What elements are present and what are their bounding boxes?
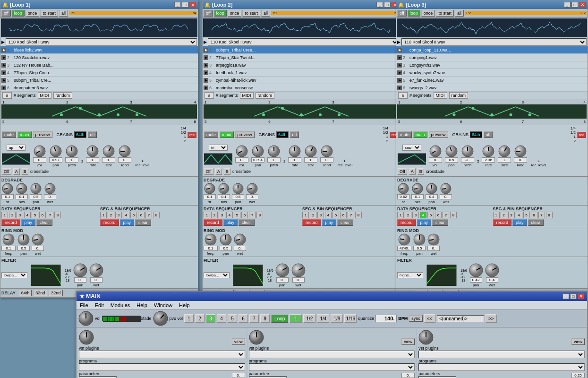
segbinseq-num-7-loop1[interactable]: 7 (145, 212, 152, 218)
dataseq-num-3-loop3[interactable]: 3 (412, 212, 419, 218)
file-row-3[interactable]: ▶ 3 132 NY House Bab... (0, 61, 198, 69)
vol-knob[interactable] (78, 311, 94, 326)
midi-btn-loop3[interactable]: MIDI (434, 92, 447, 99)
off-btn-loop2[interactable]: off (204, 10, 213, 17)
dataseq-num-5-loop2[interactable]: 5 (234, 212, 240, 218)
segbinseq-num-4-loop1[interactable]: 4 (123, 212, 129, 218)
view-btn-loop2[interactable]: view (401, 338, 415, 345)
dataseq-num-5-loop1[interactable]: 5 (32, 212, 38, 218)
random-btn-loop3[interactable]: random (449, 92, 469, 99)
file-play-btn-1[interactable]: ▶ (204, 48, 208, 52)
maximize-btn-loop3[interactable]: □ (571, 2, 578, 8)
off-btn-loop3[interactable]: off (397, 10, 407, 17)
crossfade-b-btn-loop2[interactable]: B (224, 168, 230, 175)
segments-input-loop1[interactable] (2, 92, 12, 99)
vst-programs-select-loop3[interactable] (418, 363, 585, 371)
dataseq-num-4-loop1[interactable]: 4 (24, 212, 31, 218)
main-btn-loop3[interactable]: main (413, 131, 427, 138)
dataseq-num-6-loop2[interactable]: 6 (241, 212, 248, 218)
dataseq-num-1-loop1[interactable]: 1 (1, 212, 8, 218)
file-row-5[interactable]: ▶ 5 cymbal-hihat-lick.wav (203, 77, 400, 84)
dataseq-rec-btn-loop2[interactable]: record (204, 219, 222, 226)
rec-btn-loop3[interactable]: rec (577, 132, 586, 138)
minimize-btn-loop3[interactable]: _ (564, 2, 571, 8)
crossfade-a-btn-loop3[interactable]: A (409, 168, 416, 175)
file-row-5[interactable]: ▶ 5 88bpm_Tribal Cre... (0, 77, 198, 84)
file-play-btn-4[interactable]: ▶ (204, 70, 208, 75)
file-play-btn-6[interactable]: ▶ (397, 86, 402, 90)
file-select-loop2[interactable]: 110 Kool Skool II.wav (208, 38, 399, 46)
crossfade-b-btn-loop3[interactable]: B (418, 168, 424, 175)
segments-input-loop3[interactable] (398, 92, 408, 99)
vst-programs-select-loop1[interactable] (79, 363, 245, 371)
env-select-loop1[interactable]: up (7, 145, 26, 151)
segbinseq-num-4-loop3[interactable]: 4 (516, 212, 522, 218)
crossfade-a-btn-loop2[interactable]: A (215, 168, 222, 175)
segbinseq-rec-btn-loop3[interactable]: record (493, 219, 512, 226)
dataseq-num-4-loop2[interactable]: 4 (226, 212, 233, 218)
pvu-knob[interactable] (153, 311, 168, 326)
file-row-3[interactable]: ▶ 3 Longsynth1.wav (396, 61, 588, 69)
vst-knob-loop3[interactable] (418, 330, 434, 345)
segbinseq-num-1-loop1[interactable]: 1 (100, 212, 107, 218)
main-maximize-btn[interactable]: □ (570, 293, 577, 299)
segbinseq-clear-btn-loop1[interactable]: clear (135, 219, 151, 226)
file-row-2[interactable]: ▶ 2 120 Scratchim.wav (0, 54, 198, 61)
fraction-btn-1_4[interactable]: 1/4 (317, 314, 329, 323)
vst-params-select-loop2[interactable] (249, 376, 287, 378)
file-play-btn-6[interactable]: ▶ (1, 86, 6, 90)
file-select-loop3[interactable]: 110 Kool Skool II.wav (401, 38, 587, 46)
file-row-1[interactable]: ▶ 1 88bpm_Tribal Cree... (203, 46, 400, 54)
dataseq-num-3-loop2[interactable]: 3 (219, 212, 225, 218)
sync-btn[interactable]: sync (409, 315, 423, 322)
mute-btn-loop3[interactable]: mute (398, 131, 412, 138)
maximize-btn-loop2[interactable]: □ (384, 2, 391, 8)
file-play-btn-3[interactable]: ▶ (397, 63, 402, 68)
position-bar-loop3[interactable]: 1:2 2:2 (465, 11, 587, 15)
dataseq-num-8-loop2[interactable]: 8 (256, 212, 263, 218)
file-row-4[interactable]: ▶ 4 wacky_synth7.wav (396, 69, 588, 77)
loop-btn-main[interactable]: Loop (271, 315, 288, 323)
dataseq-clear-btn-loop1[interactable]: clear (36, 219, 52, 226)
waveform-loop3[interactable] (397, 18, 587, 37)
num-btn-6[interactable]: 6 (239, 314, 248, 323)
segbinseq-num-4-loop2[interactable]: 4 (325, 212, 332, 218)
file-row-2[interactable]: ▶ 2 77bpm_Star Twinkl... (203, 54, 400, 61)
crossfade-off-btn-loop2[interactable]: Off (204, 168, 213, 175)
tostart-btn-loop1[interactable]: to start (40, 10, 58, 17)
dataseq-num-2-loop3[interactable]: 2 (405, 212, 411, 218)
vst-knob-loop2[interactable] (249, 330, 264, 345)
fraction-btn-1_8[interactable]: 1/8 (331, 314, 343, 323)
vst-params-select-loop3[interactable] (418, 376, 456, 378)
segbinseq-num-5-loop2[interactable]: 5 (332, 212, 339, 218)
file-play-btn-5[interactable]: ▶ (397, 78, 402, 83)
preview-btn-loop2[interactable]: preview (235, 131, 255, 138)
dataseq-play-btn-loop3[interactable]: play (417, 219, 432, 226)
vst-params-select-loop1[interactable] (79, 376, 117, 378)
segbinseq-play-btn-loop1[interactable]: play (120, 219, 135, 226)
file-play-btn-4[interactable]: ▶ (397, 70, 402, 75)
nav-next-btn[interactable]: >> (486, 314, 497, 323)
delay-t1-btn-loop1[interactable]: 64th (19, 290, 32, 296)
vst-plugins-select-loop1[interactable] (79, 351, 245, 358)
segbinseq-num-7-loop3[interactable]: 7 (538, 212, 545, 218)
segbinseq-num-8-loop1[interactable]: 8 (153, 212, 160, 218)
close-btn-loop3[interactable]: ✕ (579, 2, 586, 8)
menu-item-edit[interactable]: Edit (94, 302, 105, 309)
dataseq-play-btn-loop2[interactable]: play (223, 219, 238, 226)
waveform-loop1[interactable] (1, 18, 197, 37)
dataseq-num-6-loop3[interactable]: 6 (435, 212, 442, 218)
file-row-6[interactable]: ▶ 6 marimba_nonsense... (203, 84, 400, 92)
file-play-btn-5[interactable]: ▶ (1, 78, 6, 83)
loop-btn-loop3[interactable]: loop (408, 10, 420, 17)
file-play-btn-3[interactable]: ▶ (1, 63, 6, 68)
filter-type-select-loop2[interactable]: lowpa... (204, 272, 230, 278)
main-btn-loop1[interactable]: main (17, 131, 32, 138)
vst-knob-loop1[interactable] (79, 330, 94, 345)
segbinseq-num-7-loop2[interactable]: 7 (348, 212, 354, 218)
dataseq-num-8-loop1[interactable]: 8 (54, 212, 61, 218)
menu-item-window[interactable]: Window (153, 302, 174, 309)
dataseq-num-1-loop2[interactable]: 1 (204, 212, 210, 218)
segbinseq-num-5-loop1[interactable]: 5 (130, 212, 137, 218)
crossfade-off-btn-loop3[interactable]: Off (398, 168, 407, 175)
